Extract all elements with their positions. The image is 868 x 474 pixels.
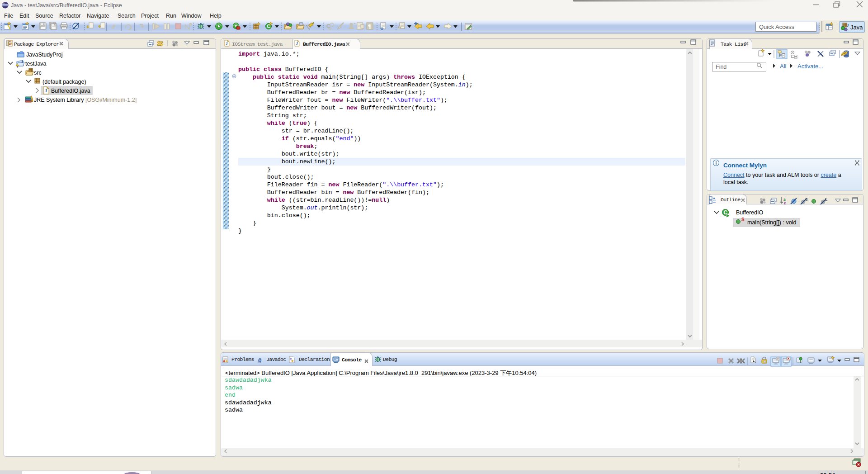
svg-text:J: J	[847, 23, 849, 28]
svg-text:z: z	[784, 201, 786, 205]
svg-text:J: J	[296, 41, 298, 46]
svg-text:S: S	[741, 217, 745, 222]
svg-text:¶: ¶	[368, 23, 371, 29]
svg-text:@: @	[258, 358, 261, 364]
svg-text:C: C	[267, 24, 270, 29]
